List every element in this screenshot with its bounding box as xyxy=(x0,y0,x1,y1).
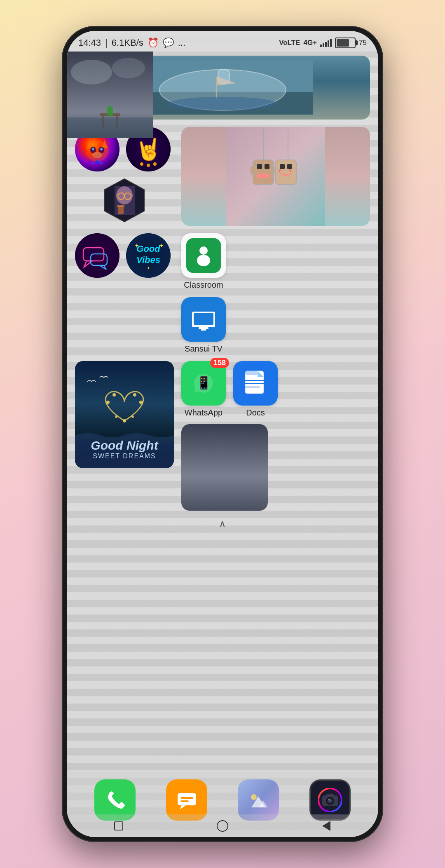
svg-point-66 xyxy=(133,393,136,396)
svg-marker-91 xyxy=(180,805,186,809)
classroom-svg xyxy=(191,243,216,268)
classroom-app-icon[interactable]: Classroom xyxy=(181,233,226,290)
swipe-row: ∧ xyxy=(75,518,370,530)
svg-rect-37 xyxy=(257,164,262,169)
svg-text:♥: ♥ xyxy=(278,168,281,174)
svg-point-96 xyxy=(251,794,257,800)
dock-messages-svg xyxy=(176,789,198,812)
whatsapp-icon-wrapper: 📱 158 xyxy=(181,361,226,406)
status-time: 14:43 xyxy=(78,38,101,48)
whatsapp-docs-col: 📱 158 WhatsApp xyxy=(181,361,278,511)
svg-rect-4 xyxy=(216,76,217,99)
svg-point-65 xyxy=(112,393,116,396)
phone-frame: 14:43 | 6.1KB/s ⏰ 💬 ... VoLTE 4G+ xyxy=(62,26,383,842)
sansui-tv-app-icon[interactable]: Sansui TV xyxy=(181,297,226,354)
svg-rect-92 xyxy=(180,797,193,799)
docs-app-icon[interactable]: Docs xyxy=(233,361,278,418)
whatsapp-docs-row: 📱 158 WhatsApp xyxy=(181,361,278,418)
sansui-svg xyxy=(191,308,216,331)
signal-bars xyxy=(320,39,332,47)
status-speed: 6.1KB/s xyxy=(112,38,143,48)
nav-home-button[interactable] xyxy=(212,820,233,832)
status-right: VoLTE 4G+ 75 xyxy=(279,38,367,48)
nav-back-icon xyxy=(322,821,330,831)
classroom-sansui-col: Classroom xyxy=(181,233,226,354)
network-type: 4G+ xyxy=(303,39,317,47)
svg-point-17 xyxy=(92,162,94,164)
whatsapp-svg: 📱 xyxy=(189,369,218,398)
svg-rect-63 xyxy=(201,329,206,331)
svg-rect-80 xyxy=(245,371,258,375)
svg-text:✦: ✦ xyxy=(147,266,150,270)
svg-text:📱: 📱 xyxy=(196,375,212,390)
battery-percent: 75 xyxy=(359,39,367,47)
svg-text:Good: Good xyxy=(136,244,160,254)
svg-point-68 xyxy=(139,401,143,404)
camera-svg xyxy=(318,788,342,812)
svg-rect-93 xyxy=(180,800,189,802)
svg-point-59 xyxy=(197,255,210,266)
messages-icon-img xyxy=(75,233,119,278)
messages-goodvibes-row: Good Vibes ✦ ✦ ✦ xyxy=(75,233,174,278)
keychain-svg: ♥ ♥ xyxy=(181,127,370,226)
svg-text:✦: ✦ xyxy=(134,242,139,249)
phone-svg xyxy=(104,789,126,812)
sansui-label: Sansui TV xyxy=(185,344,222,354)
svg-point-69 xyxy=(123,419,126,422)
svg-rect-32 xyxy=(117,205,124,207)
messages-svg xyxy=(75,233,119,278)
svg-text:Vibes: Vibes xyxy=(136,255,160,265)
photos-svg xyxy=(247,789,270,812)
svg-point-70 xyxy=(115,415,117,418)
classroom-icon-img xyxy=(181,233,226,278)
left-col-row3: Good Vibes ✦ ✦ ✦ xyxy=(75,233,174,354)
svg-rect-61 xyxy=(194,313,213,325)
volte-icon: VoLTE xyxy=(279,39,300,47)
svg-point-13 xyxy=(92,148,94,150)
svg-text:✦: ✦ xyxy=(159,242,164,249)
status-alarm-icon: ⏰ xyxy=(148,38,159,48)
svg-point-16 xyxy=(96,160,99,164)
whatsapp-badge: 158 xyxy=(210,358,229,368)
goodnight-text: Good Night SWEET DREAMS xyxy=(91,439,158,460)
svg-point-15 xyxy=(92,152,102,158)
solo-image xyxy=(181,424,268,511)
whatsapp-app-icon[interactable]: 📱 158 WhatsApp xyxy=(181,361,226,418)
svg-point-67 xyxy=(106,401,110,404)
docs-icon-img xyxy=(233,361,278,406)
anime-svg xyxy=(102,178,147,223)
anime-app-icon[interactable] xyxy=(102,178,147,223)
good-vibes-svg: Good Vibes ✦ ✦ ✦ xyxy=(126,233,171,278)
status-left: 14:43 | 6.1KB/s ⏰ 💬 ... xyxy=(78,38,185,48)
keychain-image: ♥ ♥ xyxy=(181,127,370,226)
row3: Good Vibes ✦ ✦ ✦ xyxy=(75,233,370,354)
svg-point-58 xyxy=(199,246,208,255)
svg-rect-39 xyxy=(257,174,269,178)
svg-point-21 xyxy=(140,162,143,166)
nav-home-icon xyxy=(217,820,228,832)
nav-back-button[interactable] xyxy=(316,820,337,832)
svg-text:♥: ♥ xyxy=(289,168,292,174)
svg-text:🤘: 🤘 xyxy=(135,136,162,162)
svg-point-47 xyxy=(75,233,119,278)
classroom-label: Classroom xyxy=(184,280,223,290)
svg-rect-38 xyxy=(265,164,269,169)
svg-point-14 xyxy=(100,148,103,150)
docs-label: Docs xyxy=(246,408,265,418)
status-whatsapp-icon: 💬 xyxy=(163,38,174,48)
swipe-up-indicator: ∧ xyxy=(219,518,226,530)
nav-bar xyxy=(67,814,378,837)
good-vibes-app-icon[interactable]: Good Vibes ✦ ✦ ✦ xyxy=(126,233,171,278)
messages-app-icon[interactable] xyxy=(75,233,119,278)
status-dots: ... xyxy=(178,38,185,48)
classroom-inner xyxy=(186,238,221,273)
svg-point-23 xyxy=(153,162,157,166)
good-vibes-icon-img: Good Vibes ✦ ✦ ✦ xyxy=(126,233,171,278)
svg-point-71 xyxy=(131,415,134,418)
svg-rect-90 xyxy=(178,793,196,805)
svg-rect-62 xyxy=(199,327,208,329)
nav-recent-button[interactable] xyxy=(108,820,129,832)
anime-icon-container xyxy=(102,178,147,223)
svg-point-6 xyxy=(168,96,277,110)
battery-fill xyxy=(337,39,349,47)
